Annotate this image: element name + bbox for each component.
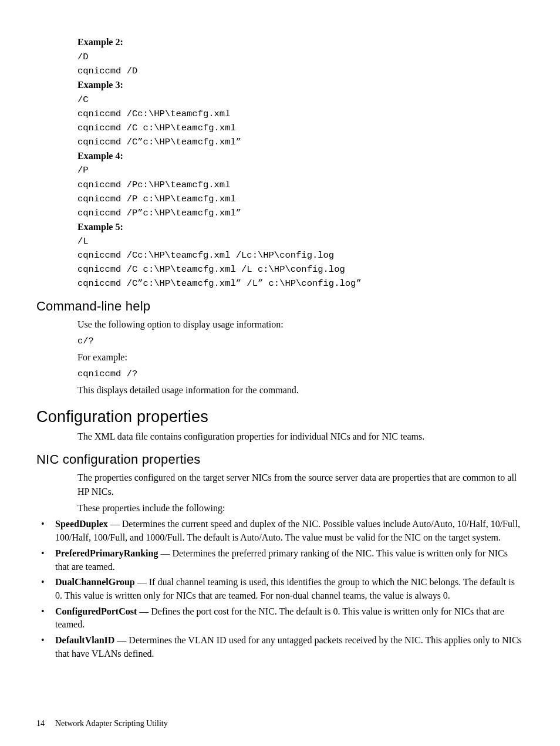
example-5-line-2: cqniccmd /C c:\HP\teamcfg.xml /L c:\HP\c… <box>77 262 524 276</box>
list-item: DefaultVlanID — Determines the VLAN ID u… <box>36 634 524 660</box>
command-line-help-heading: Command-line help <box>36 299 524 314</box>
list-item: SpeedDuplex — Determines the current spe… <box>36 518 524 544</box>
cmdhelp-intro: Use the following option to display usag… <box>77 318 524 332</box>
prop-desc: — Determines the VLAN ID used for any un… <box>55 635 522 659</box>
example-5-line-1: cqniccmd /Cc:\HP\teamcfg.xml /Lc:\HP\con… <box>77 248 524 262</box>
example-5-heading: Example 5: <box>77 220 524 235</box>
cmdhelp-example: cqniccmd /? <box>77 367 524 381</box>
example-4-line-0: /P <box>77 163 524 177</box>
example-3-line-2: cqniccmd /C c:\HP\teamcfg.xml <box>77 121 524 135</box>
example-2-heading: Example 2: <box>77 35 524 50</box>
cmdhelp-for-example: For example: <box>77 350 524 364</box>
example-4-line-2: cqniccmd /P c:\HP\teamcfg.xml <box>77 192 524 206</box>
list-item: ConfiguredPortCost — Defines the port co… <box>36 605 524 632</box>
prop-term: SpeedDuplex <box>55 519 108 529</box>
example-5-line-3: cqniccmd /C”c:\HP\teamcfg.xml” /L” c:\HP… <box>77 276 524 291</box>
section-title: Network Adapter Scripting Utility <box>55 719 168 728</box>
nicconfig-p1: The properties configured on the target … <box>77 471 524 499</box>
example-2-line-1: cqniccmd /D <box>77 64 524 78</box>
nicconfig-p2: These properties include the following: <box>77 501 524 515</box>
prop-term: DualChannelGroup <box>55 577 135 587</box>
configuration-properties-heading: Configuration properties <box>36 408 524 426</box>
page-footer: 14Network Adapter Scripting Utility <box>36 719 168 728</box>
example-3-line-1: cqniccmd /Cc:\HP\teamcfg.xml <box>77 107 524 121</box>
prop-term: ConfiguredPortCost <box>55 606 137 616</box>
example-5-line-0: /L <box>77 234 524 248</box>
nicconfig-list: SpeedDuplex — Determines the current spe… <box>36 518 524 660</box>
page-number: 14 <box>36 719 45 728</box>
page: Example 2: /D cqniccmd /D Example 3: /C … <box>0 0 560 746</box>
example-2-line-0: /D <box>77 50 524 64</box>
prop-desc: — Determines the current speed and duple… <box>55 519 520 542</box>
example-4-line-1: cqniccmd /Pc:\HP\teamcfg.xml <box>77 178 524 192</box>
list-item: DualChannelGroup — If dual channel teami… <box>36 576 524 602</box>
example-4-heading: Example 4: <box>77 149 524 164</box>
prop-term: PreferedPrimaryRanking <box>55 548 158 558</box>
prop-term: DefaultVlanID <box>55 635 114 645</box>
nic-configuration-properties-heading: NIC configuration properties <box>36 452 524 467</box>
example-3-line-0: /C <box>77 93 524 107</box>
cmdhelp-opt: c/? <box>77 334 524 348</box>
example-4-line-3: cqniccmd /P”c:\HP\teamcfg.xml” <box>77 206 524 220</box>
list-item: PreferedPrimaryRanking — Determines the … <box>36 547 524 573</box>
example-3-heading: Example 3: <box>77 78 524 93</box>
example-3-line-3: cqniccmd /C”c:\HP\teamcfg.xml” <box>77 135 524 149</box>
config-intro: The XML data file contains configuration… <box>77 430 524 444</box>
cmdhelp-outro: This displays detailed usage information… <box>77 383 524 397</box>
